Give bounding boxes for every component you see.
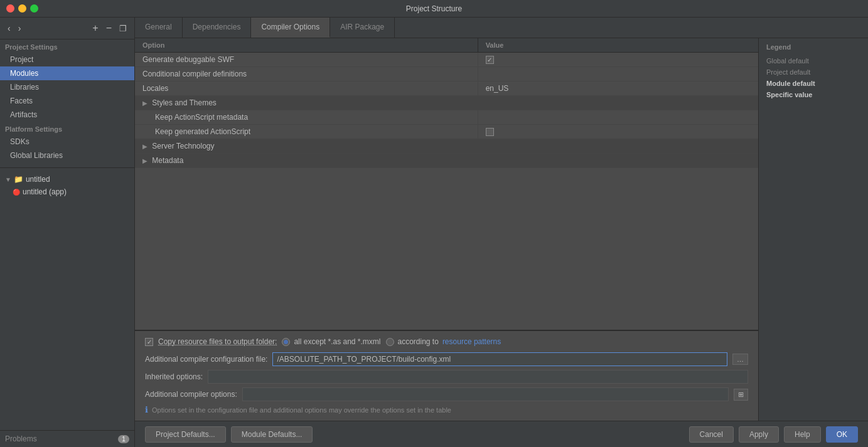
tab-dependencies[interactable]: Dependencies (183, 18, 252, 38)
legend-specific-value: Specific value (766, 91, 860, 98)
group-label: ▶ Metadata (135, 154, 758, 168)
main-layout: ‹ › + − ❐ Project Settings Project Modul… (0, 18, 868, 447)
project-defaults-button[interactable]: Project Defaults... (145, 426, 226, 443)
problems-section[interactable]: Problems 1 (0, 430, 134, 447)
column-header-value: Value (478, 38, 758, 53)
group-row-server[interactable]: ▶ Server Technology (135, 139, 758, 154)
problems-badge: 1 (118, 435, 129, 443)
info-text: Options set in the configuration file an… (152, 406, 451, 414)
folder-icon: 📁 (14, 175, 23, 184)
resource-patterns-link[interactable]: resource patterns (442, 337, 501, 346)
table-row[interactable]: Locales en_US (135, 82, 758, 96)
additional-options-label: Additional compiler options: (145, 390, 237, 399)
footer-right-buttons: Cancel Apply Help OK (689, 426, 858, 443)
sidebar-item-facets[interactable]: Facets (0, 94, 134, 108)
ellipsis-icon: … (737, 355, 744, 363)
legend-module-default: Module default (766, 80, 860, 87)
remove-button[interactable]: − (104, 21, 114, 35)
content-main: Option Value Generate debuggable SWF (135, 38, 868, 421)
debuggable-swf-checkbox[interactable] (486, 56, 494, 64)
window-title: Project Structure (406, 4, 462, 13)
legend-title: Legend (766, 43, 860, 51)
option-value (478, 67, 758, 82)
cancel-button[interactable]: Cancel (689, 426, 734, 443)
radio-group-all-except: all except *.as and *.mxml (282, 337, 380, 346)
group-label: ▶ Styles and Themes (135, 96, 758, 110)
sidebar-item-libraries[interactable]: Libraries (0, 80, 134, 94)
sidebar-item-modules[interactable]: Modules (0, 66, 134, 80)
file-icon: 🔴 (13, 189, 20, 196)
additional-config-input[interactable] (272, 352, 727, 366)
minimize-button[interactable] (18, 4, 26, 13)
add-button[interactable]: + (90, 21, 100, 35)
title-bar: Project Structure (0, 0, 868, 18)
copy-resource-checkbox[interactable] (145, 338, 153, 346)
expand-arrow-icon: ▶ (142, 143, 147, 150)
module-tree: ▼ 📁 untitled 🔴 untitled (app) (0, 167, 134, 430)
close-button[interactable] (6, 4, 14, 13)
module-defaults-button[interactable]: Module Defaults... (231, 426, 313, 443)
inherited-options-row: Inherited options: (145, 370, 748, 384)
sidebar-item-project[interactable]: Project (0, 53, 134, 66)
sidebar-item-sdks[interactable]: SDKs (0, 135, 134, 149)
option-value[interactable] (478, 53, 758, 67)
help-button[interactable]: Help (784, 426, 821, 443)
copy-resource-row: Copy resource files to output folder: al… (145, 337, 748, 346)
legend-panel: Legend Global default Project default Mo… (758, 38, 868, 421)
option-label: Keep generated ActionScript (135, 125, 478, 139)
option-label: Keep ActionScript metadata (135, 110, 478, 125)
footer-left-buttons: Project Defaults... Module Defaults... (145, 426, 313, 443)
bottom-config: Copy resource files to output folder: al… (135, 330, 758, 421)
maximize-button[interactable] (30, 4, 38, 13)
options-table-area: Option Value Generate debuggable SWF (135, 38, 758, 330)
option-label: Conditional compiler definitions (135, 67, 478, 82)
window-controls (6, 4, 38, 13)
additional-options-row: Additional compiler options: ⊞ (145, 387, 748, 401)
apply-button[interactable]: Apply (739, 426, 779, 443)
keep-generated-checkbox[interactable] (486, 128, 494, 136)
table-row[interactable]: Conditional compiler definitions (135, 67, 758, 82)
radio-all-except[interactable] (282, 338, 290, 346)
info-row: ℹ Options set in the configuration file … (145, 405, 748, 414)
copy-button[interactable]: ❐ (117, 21, 129, 35)
radio-group-according: according to resource patterns (386, 337, 501, 346)
problems-label: Problems (5, 434, 37, 443)
table-row[interactable]: Keep ActionScript metadata (135, 110, 758, 125)
option-value[interactable] (478, 125, 758, 139)
table-row[interactable]: Keep generated ActionScript (135, 125, 758, 139)
tab-compiler-options[interactable]: Compiler Options (251, 18, 330, 38)
expand-arrow-icon: ▶ (142, 100, 147, 107)
group-row-styles[interactable]: ▶ Styles and Themes (135, 96, 758, 110)
browse-button[interactable]: … (732, 354, 748, 365)
radio-according-to[interactable] (386, 338, 394, 346)
sidebar-item-artifacts[interactable]: Artifacts (0, 108, 134, 122)
nav-forward-button[interactable]: › (16, 21, 24, 35)
tab-general[interactable]: General (135, 18, 183, 38)
center-panel: Option Value Generate debuggable SWF (135, 38, 758, 421)
table-row[interactable]: Generate debuggable SWF (135, 53, 758, 67)
option-value: en_US (478, 82, 758, 96)
tree-folder-label: untitled (26, 175, 50, 184)
group-row-metadata[interactable]: ▶ Metadata (135, 154, 758, 168)
nav-back-button[interactable]: ‹ (5, 21, 13, 35)
sidebar-item-global-libraries[interactable]: Global Libraries (0, 149, 134, 162)
tree-folder-item[interactable]: ▼ 📁 untitled (0, 173, 134, 186)
column-header-option: Option (135, 38, 478, 53)
platform-settings-header: Platform Settings (0, 122, 134, 135)
inherited-options-label: Inherited options: (145, 372, 203, 381)
tree-file-item[interactable]: 🔴 untitled (app) (0, 186, 134, 198)
additional-options-input[interactable] (242, 387, 729, 401)
group-label: ▶ Server Technology (135, 139, 758, 154)
tabs-bar: General Dependencies Compiler Options AI… (135, 18, 868, 38)
options-table: Option Value Generate debuggable SWF (135, 38, 758, 168)
tab-air-package[interactable]: AIR Package (330, 18, 395, 38)
inherited-options-input[interactable] (208, 370, 748, 384)
copy-resource-label: Copy resource files to output folder: (158, 337, 277, 346)
additional-options-browse-button[interactable]: ⊞ (734, 389, 748, 401)
table-icon: ⊞ (738, 391, 744, 398)
option-label: Generate debuggable SWF (135, 53, 478, 67)
tree-file-label: untitled (app) (23, 187, 67, 196)
additional-config-row: Additional compiler configuration file: … (145, 352, 748, 366)
ok-button[interactable]: OK (826, 426, 858, 443)
legend-project-default: Project default (766, 68, 860, 76)
